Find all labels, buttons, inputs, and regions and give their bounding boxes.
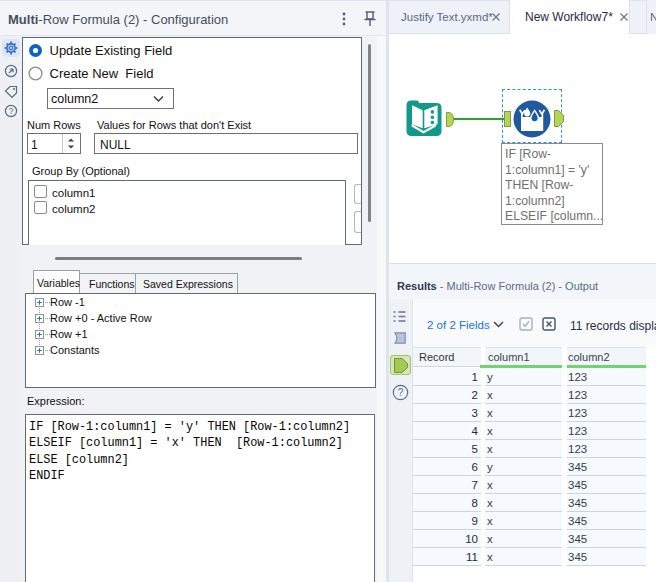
svg-text:?: ? bbox=[9, 106, 14, 116]
svg-text:?: ? bbox=[398, 387, 404, 398]
